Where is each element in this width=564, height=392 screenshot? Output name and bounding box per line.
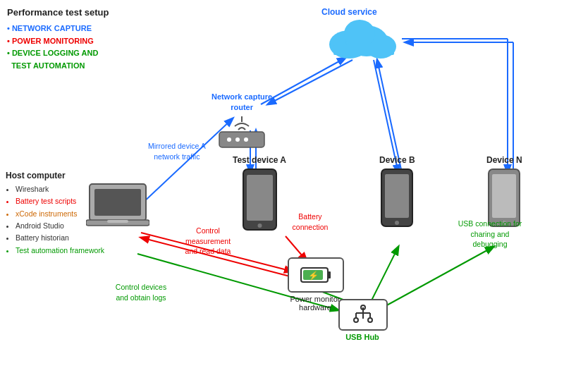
svg-rect-36 — [385, 174, 409, 218]
svg-point-50 — [368, 318, 372, 322]
usb-hub-box — [338, 299, 388, 331]
device-b-group: Device B — [379, 155, 415, 228]
svg-point-26 — [235, 137, 240, 142]
power-monitor-box: ⚡ — [288, 257, 344, 293]
diagram-container: Performance test setup • NETWORK CAPTURE… — [0, 0, 564, 392]
svg-rect-31 — [107, 220, 128, 223]
svg-point-49 — [354, 318, 358, 322]
control-devices-label: Control devicesand obtain logs — [102, 282, 180, 302]
svg-rect-33 — [247, 175, 273, 221]
test-device-a-label: Test device A — [233, 155, 286, 165]
svg-line-16 — [370, 247, 398, 303]
svg-point-34 — [257, 223, 262, 228]
device-n-group: Device N — [486, 155, 522, 228]
host-computer-label: Host computer — [6, 171, 66, 180]
svg-rect-24 — [219, 132, 264, 147]
svg-line-0 — [268, 60, 352, 104]
battery-connection-label: Batteryconnection — [282, 212, 338, 232]
svg-rect-22 — [333, 45, 394, 55]
host-list-item-wireshark: Wireshark — [16, 183, 104, 195]
device-b-icon — [379, 168, 415, 228]
battery-icon: ⚡ — [300, 265, 331, 285]
page-title: Performance test setup — [7, 7, 109, 18]
svg-line-17 — [384, 247, 494, 307]
legend-device-logging: • DEVICE LOGGING AND — [7, 47, 98, 60]
cloud-icon — [321, 13, 398, 59]
svg-rect-42 — [328, 271, 331, 278]
router-icon — [214, 116, 270, 155]
control-measurement-label: Controlmeasurementand read data — [173, 226, 243, 257]
host-list-item-test-framework: Test automation framework — [16, 245, 104, 257]
host-list-item-battery-historian: Battery historian — [16, 232, 104, 244]
mirrored-traffic-label: Mirrored device Anetwork traffic — [148, 141, 206, 161]
legend-network-capture: • NETWORK CAPTURE — [7, 23, 98, 35]
svg-rect-39 — [492, 174, 516, 218]
host-list-item-battery-scripts: Battery test scripts — [16, 195, 104, 207]
usb-hub-icon — [350, 305, 376, 326]
router-box: Network capturerouter — [212, 92, 272, 155]
legend-power-monitoring: • POWER MONITORING — [7, 35, 98, 48]
device-n-label: Device N — [486, 155, 522, 165]
svg-text:⚡: ⚡ — [308, 270, 319, 281]
svg-point-21 — [344, 20, 375, 48]
usb-connection-label: USB connection forcharing anddebugging — [451, 219, 529, 250]
svg-point-25 — [227, 137, 231, 142]
usb-hub-label: USB Hub — [334, 333, 391, 341]
legend: • NETWORK CAPTURE • POWER MONITORING • D… — [7, 23, 98, 72]
svg-line-1 — [261, 58, 345, 104]
host-list: Wireshark Battery test scripts xCode ins… — [6, 183, 104, 257]
svg-point-37 — [395, 221, 399, 225]
router-label: Network capturerouter — [212, 92, 272, 114]
svg-point-27 — [244, 137, 248, 142]
host-list-item-xcode: xCode instruments — [16, 208, 104, 220]
host-list-item-android-studio: Android Studio — [16, 220, 104, 232]
test-device-a-group: Test device A — [233, 155, 286, 231]
legend-test-automation: TEST AUTOMATION — [7, 60, 98, 73]
test-device-a-icon — [240, 168, 279, 231]
device-b-label: Device B — [379, 155, 415, 165]
